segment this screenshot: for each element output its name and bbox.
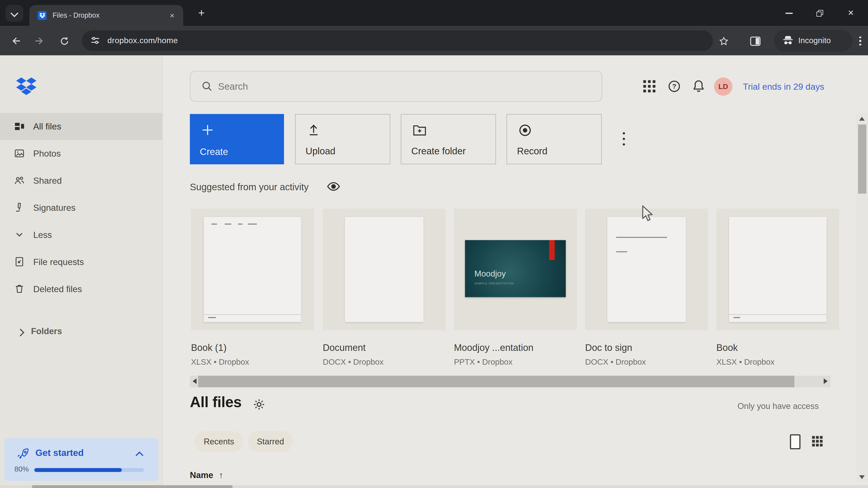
scroll-up-icon[interactable] <box>859 117 865 121</box>
search-bar[interactable] <box>190 71 602 102</box>
scrollbar-thumb[interactable] <box>198 376 795 387</box>
scroll-right-icon[interactable] <box>824 379 828 384</box>
record-button[interactable]: Record <box>506 114 602 164</box>
reload-button[interactable] <box>57 33 72 49</box>
screen: Files - Dropbox × + × dropbox.com/home <box>0 0 868 488</box>
window-restore-button[interactable] <box>807 0 833 26</box>
grid-view-toggle[interactable] <box>812 436 824 448</box>
back-button[interactable] <box>8 33 23 49</box>
sidebar-folders-toggle[interactable]: Folders <box>0 324 162 341</box>
chevron-up-icon[interactable] <box>135 451 144 459</box>
site-settings-icon[interactable] <box>90 35 100 45</box>
upload-icon <box>307 123 320 137</box>
forward-icon <box>35 36 45 46</box>
sidebar-item-deleted-files[interactable]: Deleted files <box>0 275 162 303</box>
gear-icon[interactable] <box>253 398 265 411</box>
rocket-icon <box>17 448 30 461</box>
browser-toolbar: dropbox.com/home Incognito <box>0 26 868 55</box>
apps-grid-icon <box>642 79 657 94</box>
filter-chip-recents[interactable]: Recents <box>195 431 243 452</box>
sidebar-item-photos[interactable]: Photos <box>0 140 162 167</box>
upload-button[interactable]: Upload <box>295 114 390 164</box>
file-card-book[interactable]: Book XLSX • Dropbox <box>716 208 839 366</box>
sidebar-item-less[interactable]: Less <box>0 221 162 249</box>
file-thumbnail <box>585 208 708 330</box>
file-card-document[interactable]: Document DOCX • Dropbox <box>323 208 446 366</box>
file-title: Doc to sign <box>585 343 708 354</box>
dropbox-logo[interactable] <box>16 77 37 95</box>
slide-red-ribbon <box>549 240 555 260</box>
mouse-cursor <box>642 205 655 224</box>
incognito-icon <box>782 35 794 45</box>
new-tab-button[interactable]: + <box>194 5 209 21</box>
slide-subtitle: SAMPLE PRESENTATION <box>474 282 514 285</box>
scroll-down-icon[interactable] <box>859 475 865 479</box>
access-label: Only you have access <box>738 401 819 411</box>
sidebar-item-shared[interactable]: Shared <box>0 167 162 194</box>
file-card-moodjoy[interactable]: Moodjoy SAMPLE PRESENTATION Moodjoy ...e… <box>454 208 577 366</box>
record-icon <box>519 124 531 137</box>
file-thumbnail <box>191 208 314 330</box>
cards-horizontal-scrollbar[interactable] <box>190 376 830 387</box>
create-button[interactable]: Create <box>190 114 284 164</box>
chevron-down-icon <box>10 9 18 17</box>
record-label: Record <box>517 146 547 157</box>
file-card-book-1[interactable]: Book (1) XLSX • Dropbox <box>191 208 314 366</box>
scroll-left-icon[interactable] <box>193 379 196 384</box>
create-folder-button[interactable]: Create folder <box>401 114 496 164</box>
eye-icon[interactable] <box>327 180 340 193</box>
window-close-button[interactable]: × <box>838 0 864 26</box>
incognito-label: Incognito <box>798 30 831 52</box>
scrollbar-thumb[interactable] <box>858 125 866 194</box>
forward-button[interactable] <box>32 33 48 49</box>
filter-chip-starred[interactable]: Starred <box>248 431 293 452</box>
scrollbar-thumb[interactable] <box>32 485 232 488</box>
progress-track <box>34 468 144 472</box>
file-meta: XLSX • Dropbox <box>191 357 314 366</box>
sidebar-item-all-files[interactable]: All files <box>0 113 162 140</box>
file-meta: DOCX • Dropbox <box>323 357 446 366</box>
search-input[interactable] <box>217 72 579 102</box>
sidebar-item-file-requests[interactable]: File requests <box>0 249 162 275</box>
suggested-title: Suggested from your activity <box>190 182 309 193</box>
bookmark-button[interactable] <box>716 33 732 49</box>
photos-icon <box>14 148 24 158</box>
sort-header-name[interactable]: Name ↑ <box>190 470 223 480</box>
apps-grid-button[interactable] <box>642 79 657 94</box>
plus-icon <box>201 123 214 137</box>
sidebar-item-label: File requests <box>33 249 84 275</box>
sidebar-item-label: Less <box>33 221 52 249</box>
more-actions-button[interactable] <box>619 126 629 152</box>
window-minimize-button[interactable] <box>776 0 802 26</box>
vertical-scrollbar[interactable] <box>857 113 868 482</box>
help-button[interactable]: ? <box>668 80 681 93</box>
list-view-toggle[interactable] <box>790 434 801 449</box>
sidebar-item-signatures[interactable]: Signatures <box>0 194 162 221</box>
kebab-icon <box>859 36 861 45</box>
close-tab-icon[interactable]: × <box>166 10 178 21</box>
window-horizontal-scrollbar[interactable] <box>0 485 868 488</box>
kebab-icon <box>623 132 625 134</box>
browser-tab-strip: Files - Dropbox × + × <box>0 0 868 26</box>
browser-menu-button[interactable] <box>852 33 868 49</box>
sidebar-item-label: Signatures <box>33 194 75 221</box>
file-meta: PPTX • Dropbox <box>454 357 577 366</box>
dropbox-favicon <box>38 11 46 20</box>
avatar[interactable]: LD <box>714 77 733 96</box>
incognito-badge[interactable]: Incognito <box>774 30 852 52</box>
tab-search-button[interactable] <box>5 5 23 22</box>
browser-tab[interactable]: Files - Dropbox × <box>29 5 183 26</box>
get-started-panel[interactable]: Get started 80% <box>4 438 158 481</box>
sidebar-item-label: Photos <box>33 140 61 167</box>
address-bar[interactable]: dropbox.com/home <box>82 31 713 51</box>
file-title: Book (1) <box>191 343 314 354</box>
shared-icon <box>14 175 24 185</box>
upload-label: Upload <box>306 146 336 157</box>
file-thumbnail: Moodjoy SAMPLE PRESENTATION <box>454 208 577 330</box>
file-card-doc-to-sign[interactable]: Doc to sign DOCX • Dropbox <box>585 208 708 366</box>
trial-link[interactable]: Trial ends in 29 days <box>743 82 825 92</box>
reload-icon <box>59 36 69 46</box>
all-files-icon <box>14 121 24 131</box>
notifications-button[interactable] <box>692 79 705 93</box>
side-panel-button[interactable] <box>747 33 763 49</box>
